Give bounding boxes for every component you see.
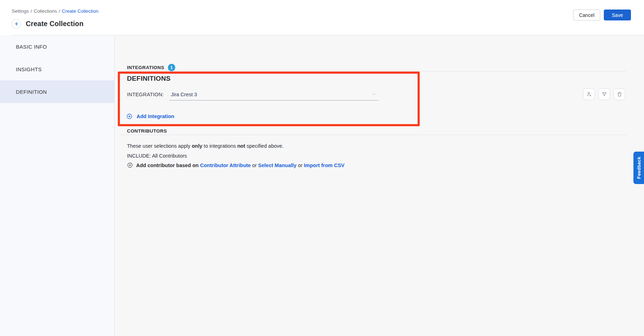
- chevron-down-icon: [371, 92, 377, 97]
- add-contributor-icon: [586, 91, 592, 97]
- contributor-attribute-link[interactable]: Contributor Attribute: [200, 163, 251, 168]
- back-button[interactable]: [12, 19, 21, 29]
- add-contributor-prefix: Add contributor based on: [136, 163, 200, 168]
- title-row: Create Collection: [12, 19, 84, 29]
- delete-button[interactable]: [613, 88, 625, 100]
- sidebar-item-insights[interactable]: INSIGHTS: [0, 58, 114, 80]
- note-text: specified above.: [245, 143, 284, 149]
- contributors-divider: [120, 135, 626, 135]
- contributors-note: These user selections apply only to inte…: [127, 143, 284, 149]
- note-text: These user selections apply: [127, 143, 192, 149]
- cancel-button[interactable]: Cancel: [573, 10, 600, 20]
- add-contributor-row: Add contributor based on Contributor Att…: [127, 162, 345, 168]
- or-text: or: [297, 163, 304, 168]
- add-contributor-button[interactable]: [583, 88, 595, 100]
- sidebar: BASIC INFO INSIGHTS DEFINITION: [0, 35, 115, 336]
- add-integration-link[interactable]: Add Integration: [126, 113, 174, 120]
- integrations-divider: [120, 71, 626, 72]
- integration-select[interactable]: Jira Crest 3: [169, 88, 379, 100]
- import-from-csv-link[interactable]: Import from CSV: [304, 163, 345, 168]
- select-manually-link[interactable]: Select Manually: [258, 163, 297, 168]
- contributors-section-header: CONTRIBUTORS: [127, 128, 167, 134]
- trash-icon: [616, 91, 622, 97]
- add-integration-label: Add Integration: [136, 114, 174, 119]
- integration-select-value: Jira Crest 3: [169, 92, 197, 97]
- circle-plus-icon: [127, 162, 133, 168]
- breadcrumb: Settings / Collections / Create Collecti…: [12, 8, 98, 14]
- integration-field-label: INTEGRATION:: [127, 92, 164, 97]
- save-button[interactable]: Save: [604, 10, 631, 20]
- sidebar-item-definition[interactable]: DEFINITION: [0, 80, 114, 103]
- integrations-section-header: INTEGRATIONS 1: [127, 64, 175, 71]
- circle-plus-icon: [126, 113, 133, 120]
- include-line: INCLUDE: All Contributors: [127, 153, 187, 159]
- integration-row: INTEGRATION: Jira Crest 3: [127, 88, 379, 100]
- add-contributor-text: Add contributor based on Contributor Att…: [136, 163, 345, 168]
- or-text: or: [251, 163, 258, 168]
- sidebar-item-basic-info[interactable]: BASIC INFO: [0, 35, 114, 58]
- arrow-left-icon: [14, 21, 19, 26]
- note-bold-not: not: [237, 143, 245, 149]
- integrations-count-badge: 1: [168, 64, 175, 71]
- feedback-tab-label: Feedback: [636, 157, 642, 179]
- main-content: DEFINITIONS INTEGRATIONS 1 INTEGRATION: …: [115, 35, 644, 336]
- breadcrumb-current[interactable]: Create Collection: [62, 8, 98, 14]
- breadcrumb-collections[interactable]: Collections: [34, 8, 57, 14]
- header-actions: Cancel Save: [573, 10, 631, 20]
- breadcrumb-separator: /: [31, 8, 32, 14]
- contributors-label: CONTRIBUTORS: [127, 128, 167, 134]
- header: Settings / Collections / Create Collecti…: [0, 0, 644, 35]
- filter-button[interactable]: [598, 88, 610, 100]
- feedback-tab[interactable]: Feedback: [633, 152, 644, 184]
- integration-row-tools: [583, 88, 625, 100]
- filter-icon: [601, 91, 607, 97]
- breadcrumb-separator: /: [59, 8, 60, 14]
- breadcrumb-settings[interactable]: Settings: [12, 8, 29, 14]
- note-bold-only: only: [192, 143, 202, 149]
- integrations-label: INTEGRATIONS: [127, 65, 164, 70]
- definitions-title: DEFINITIONS: [127, 75, 171, 83]
- page-title: Create Collection: [26, 20, 84, 28]
- note-text: to integrations: [202, 143, 237, 149]
- body: BASIC INFO INSIGHTS DEFINITION DEFINITIO…: [0, 35, 644, 336]
